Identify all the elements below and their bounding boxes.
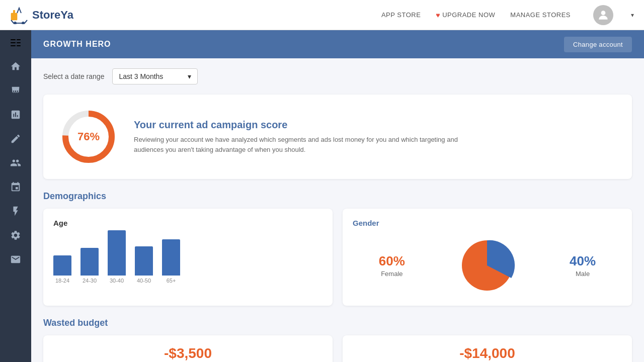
svg-point-2 xyxy=(14,22,17,24)
demographics-section: Demographics Age 18-24 24-30 xyxy=(43,191,632,306)
app-store-link[interactable]: APP STORE xyxy=(381,11,421,19)
page-title: GROWTH HERO xyxy=(43,40,111,49)
upgrade-now-link[interactable]: ♥ UPGRADE NOW xyxy=(436,11,495,19)
avatar[interactable] xyxy=(593,5,613,25)
sidebar-toggle[interactable] xyxy=(6,35,26,50)
bar-label-18-24: 18-24 xyxy=(55,278,69,284)
reports-icon xyxy=(10,109,21,120)
gender-pie-chart xyxy=(457,235,517,296)
score-value: 76% xyxy=(77,130,100,143)
bar-label-40-50: 40-50 xyxy=(137,278,151,284)
wasted-budget-cards: -$3,500 Wasted in the last 3 months -$14… xyxy=(43,335,632,362)
age-bar-chart: 18-24 24-30 30-40 xyxy=(53,235,323,286)
double-arrow-icon xyxy=(11,39,21,46)
nav-links: APP STORE ♥ UPGRADE NOW MANAGE STORES ▾ xyxy=(381,5,634,25)
sidebar-item-email[interactable] xyxy=(5,248,27,270)
gender-male-pct: 40% xyxy=(570,253,596,269)
wasted-budget-card-12months: -$14,000 Wasted in the last 12 months xyxy=(343,335,632,362)
gender-content: 60% Female xyxy=(353,235,622,296)
gender-card: Gender 60% Female xyxy=(343,209,632,306)
wasted-budget-title: Wasted budget xyxy=(43,318,632,328)
score-donut: 76% xyxy=(58,107,119,167)
sidebar-item-home[interactable] xyxy=(5,55,27,77)
change-account-button[interactable]: Change account xyxy=(564,37,632,52)
manage-stores-link[interactable]: MANAGE STORES xyxy=(510,11,571,19)
wasted-amount-3months: -$3,500 xyxy=(164,345,212,361)
score-description: Reviewing your account we have analyzed … xyxy=(134,135,486,154)
main-content: GROWTH HERO Change account Select a date… xyxy=(31,30,644,362)
demographics-cards: Age 18-24 24-30 xyxy=(43,209,632,306)
date-range-select[interactable]: Last 3 Months ▾ xyxy=(112,68,198,84)
analytics-icon xyxy=(10,182,21,193)
age-card: Age 18-24 24-30 xyxy=(43,209,333,306)
score-text: Your current ad campaign score Reviewing… xyxy=(134,119,486,154)
sidebar-item-analytics[interactable] xyxy=(5,176,27,198)
bar-label-30-40: 30-40 xyxy=(110,278,124,284)
date-range-value: Last 3 Months xyxy=(119,72,163,80)
gender-female-label: Female xyxy=(379,270,405,278)
bar-18-24 xyxy=(53,255,71,276)
bar-label-24-30: 24-30 xyxy=(83,278,97,284)
sidebar-item-reports[interactable] xyxy=(5,104,27,126)
svg-rect-10 xyxy=(17,45,21,46)
page-header: GROWTH HERO Change account xyxy=(31,30,644,58)
gender-card-title: Gender xyxy=(353,219,622,227)
sidebar xyxy=(0,30,31,362)
settings-icon xyxy=(10,230,21,241)
tools-icon xyxy=(10,133,21,144)
score-title: Your current ad campaign score xyxy=(134,119,486,131)
wasted-budget-section: Wasted budget -$3,500 Wasted in the last… xyxy=(43,318,632,362)
user-avatar-icon xyxy=(597,9,610,22)
bar-30-40 xyxy=(108,230,126,276)
home-icon xyxy=(10,61,21,72)
bolt-icon xyxy=(10,206,21,217)
gender-male-label: Male xyxy=(570,270,596,278)
sidebar-item-campaigns[interactable] xyxy=(5,200,27,222)
bar-group-30-40: 30-40 xyxy=(108,230,126,284)
logo[interactable]: StoreYa xyxy=(10,6,73,24)
sidebar-item-store[interactable] xyxy=(5,79,27,102)
age-card-title: Age xyxy=(53,219,323,227)
date-range-label: Select a date range xyxy=(43,72,104,80)
sidebar-item-tools[interactable] xyxy=(5,128,27,150)
bar-label-65plus: 65+ xyxy=(167,278,176,284)
logo-text: StoreYa xyxy=(32,9,73,22)
bar-40-50 xyxy=(135,246,153,276)
svg-rect-0 xyxy=(11,13,17,20)
wasted-budget-card-3months: -$3,500 Wasted in the last 3 months xyxy=(43,335,333,362)
top-navigation: StoreYa APP STORE ♥ UPGRADE NOW MANAGE S… xyxy=(0,0,644,30)
bar-65plus xyxy=(162,239,180,276)
content-area: Select a date range Last 3 Months ▾ 76% … xyxy=(31,58,644,362)
date-range-row: Select a date range Last 3 Months ▾ xyxy=(43,68,632,84)
bar-group-18-24: 18-24 xyxy=(53,255,71,284)
chevron-down-icon: ▾ xyxy=(188,72,191,80)
logo-icon xyxy=(10,6,28,24)
svg-rect-6 xyxy=(11,42,16,43)
bar-group-24-30: 24-30 xyxy=(80,248,99,284)
svg-rect-8 xyxy=(17,39,21,40)
bar-group-40-50: 40-50 xyxy=(135,246,153,284)
heart-icon: ♥ xyxy=(436,11,440,19)
score-card: 76% Your current ad campaign score Revie… xyxy=(43,95,632,179)
chevron-down-icon[interactable]: ▾ xyxy=(631,12,634,19)
gender-female-pct: 60% xyxy=(379,253,405,269)
gender-male-stat: 40% Male xyxy=(570,253,596,278)
svg-point-4 xyxy=(601,11,606,15)
svg-point-3 xyxy=(22,22,25,24)
bar-24-30 xyxy=(80,248,99,276)
sidebar-item-settings[interactable] xyxy=(5,224,27,246)
svg-rect-7 xyxy=(11,45,16,46)
wasted-amount-12months: -$14,000 xyxy=(459,345,515,361)
bar-group-65plus: 65+ xyxy=(162,239,180,284)
svg-rect-5 xyxy=(11,39,16,40)
svg-rect-9 xyxy=(17,42,21,43)
gender-female-stat: 60% Female xyxy=(379,253,405,278)
audience-icon xyxy=(10,157,21,168)
demographics-title: Demographics xyxy=(43,191,632,202)
email-icon xyxy=(10,254,21,265)
sidebar-item-audience[interactable] xyxy=(5,152,27,174)
svg-rect-1 xyxy=(13,10,15,14)
store-icon xyxy=(10,85,21,96)
